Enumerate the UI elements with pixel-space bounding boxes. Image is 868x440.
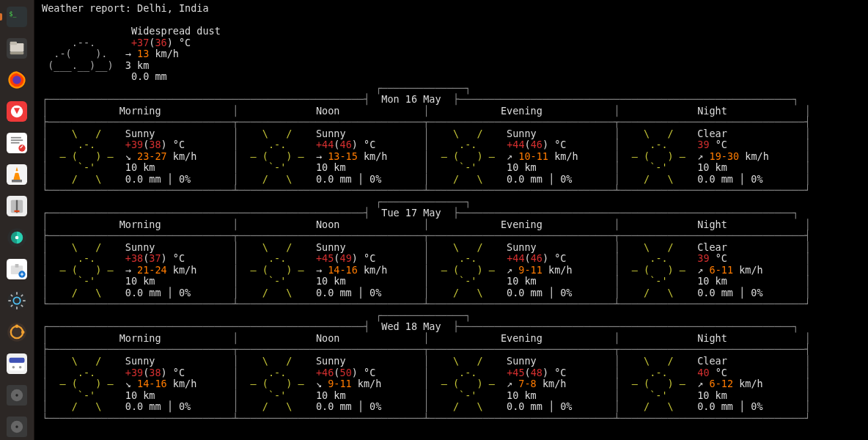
cond: Sunny — [316, 241, 423, 253]
report-title: Weather report: — [42, 2, 137, 14]
sun-art: ― ( ) ― — [620, 378, 698, 389]
svg-text:$_: $_ — [10, 10, 17, 17]
visibility: 10 km — [125, 161, 232, 173]
sun-art: / \ — [238, 287, 316, 298]
cond: Clear — [697, 128, 804, 139]
location: Delhi, India — [137, 2, 209, 14]
svg-rect-11 — [11, 136, 21, 138]
wind: 9-11 — [328, 378, 352, 389]
precip: 0.0 mm │ 0% — [316, 400, 423, 412]
svg-rect-36 — [10, 362, 25, 370]
cond: Sunny — [507, 128, 614, 139]
wind: 14-16 — [137, 378, 167, 389]
svg-point-34 — [21, 330, 25, 334]
sun-art: / \ — [620, 173, 698, 185]
period-label: Evening — [429, 332, 614, 344]
wind: 23-27 — [137, 150, 167, 162]
vivaldi-icon[interactable] — [3, 98, 31, 125]
sun-art: \ / — [48, 241, 125, 253]
temp-hi: +44 — [316, 139, 334, 150]
sun-art: ― ( ) ― — [429, 150, 507, 162]
sun-art: / \ — [238, 173, 316, 185]
day-date: Wed 18 May — [369, 320, 453, 332]
archive-icon[interactable] — [3, 192, 31, 219]
sun-art: `-' — [620, 161, 698, 173]
terminal-icon[interactable]: $_ — [3, 3, 31, 30]
current-wind: 13 — [137, 48, 149, 59]
sun-art: `-' — [429, 389, 507, 401]
precip: 0.0 mm │ 0% — [125, 287, 232, 298]
sun-art: ― ( ) ― — [48, 264, 125, 276]
sun-art: / \ — [429, 287, 507, 298]
sun-art: / \ — [238, 400, 316, 412]
text-editor-icon[interactable] — [3, 129, 31, 156]
svg-point-7 — [12, 76, 21, 84]
precip: 0.0 mm │ 0% — [316, 173, 423, 185]
files-icon[interactable] — [3, 34, 31, 62]
precip: 0.0 mm │ 0% — [507, 173, 614, 185]
sun-art: .-. — [238, 367, 316, 378]
svg-point-24 — [15, 235, 19, 239]
temp-lo: 38 — [149, 367, 161, 378]
screenshot-icon[interactable] — [3, 224, 31, 251]
visibility: 10 km — [507, 389, 614, 401]
temp-lo: 38 — [149, 139, 161, 150]
terminal-output[interactable]: Weather report: Delhi, India Widespread … — [34, 0, 868, 440]
firefox-icon[interactable] — [3, 66, 31, 93]
disk2-icon[interactable] — [3, 413, 31, 440]
sun-art: `-' — [429, 161, 507, 173]
sun-art: .-. — [48, 252, 125, 264]
current-condition: Widespread dust — [42, 25, 221, 37]
sun-art: .-. — [48, 139, 125, 150]
sun-art: `-' — [238, 389, 316, 401]
svg-rect-37 — [10, 357, 25, 362]
sun-art: ― ( ) ― — [238, 264, 316, 276]
period-label: Morning — [48, 105, 232, 117]
wind: 10-11 — [518, 150, 548, 162]
cond: Sunny — [507, 355, 614, 367]
period-label: Noon — [238, 332, 423, 344]
sun-art: .-. — [429, 139, 507, 150]
temp-lo: 37 — [149, 252, 161, 264]
svg-rect-12 — [11, 139, 23, 141]
temp-hi: 40 — [697, 367, 709, 378]
sun-art: ― ( ) ― — [48, 378, 125, 389]
current-visibility: 3 km — [125, 59, 150, 71]
settings-icon[interactable] — [3, 287, 31, 314]
precip: 0.0 mm │ 0% — [507, 287, 614, 298]
period-label: Noon — [238, 105, 423, 117]
temp-hi: +45 — [507, 367, 524, 378]
software-icon[interactable] — [3, 255, 31, 282]
current-precip: 0.0 mm — [42, 70, 167, 82]
sun-art: `-' — [48, 389, 125, 401]
cond: Clear — [697, 355, 804, 367]
cond: Sunny — [316, 355, 423, 367]
svg-point-39 — [19, 365, 22, 368]
planner-icon[interactable] — [3, 318, 31, 345]
cond: Sunny — [125, 241, 232, 253]
temp-hi: +38 — [125, 252, 143, 264]
sun-art: .-. — [620, 139, 698, 150]
svg-point-45 — [15, 425, 18, 428]
precip: 0.0 mm │ 0% — [697, 287, 804, 298]
sun-art: ― ( ) ― — [238, 378, 316, 389]
svg-rect-27 — [15, 264, 19, 268]
taskbar: $_ — [0, 0, 34, 440]
sun-art: \ / — [429, 128, 507, 139]
sun-art: / \ — [429, 173, 507, 185]
precip: 0.0 mm │ 0% — [125, 173, 232, 185]
sun-art: \ / — [238, 128, 316, 139]
period-label: Night — [619, 219, 804, 230]
temp-lo: 50 — [340, 367, 352, 378]
disk1-icon[interactable] — [3, 381, 31, 408]
current-temp-lo: 36 — [155, 37, 166, 48]
svg-point-14 — [18, 144, 25, 151]
calendar-icon[interactable] — [3, 350, 31, 377]
vlc-icon[interactable] — [3, 161, 31, 188]
sun-art: \ / — [48, 128, 125, 139]
sun-art: ― ( ) ― — [429, 264, 507, 276]
temp-lo: 49 — [340, 252, 352, 264]
svg-rect-4 — [10, 41, 17, 45]
precip: 0.0 mm │ 0% — [125, 400, 232, 412]
cond: Sunny — [507, 241, 614, 253]
